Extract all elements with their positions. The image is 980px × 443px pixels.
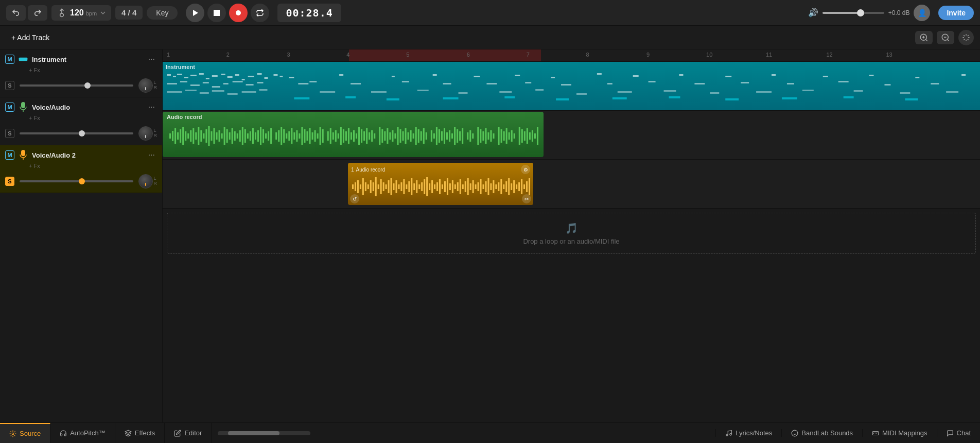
track-pan-voice-audio[interactable] <box>138 126 153 141</box>
track-fx-voice-audio[interactable]: + Fx <box>0 115 162 124</box>
snap-button[interactable] <box>958 30 974 45</box>
audio-orange-clip[interactable]: 1 Audio record ⚙ <box>348 163 533 205</box>
svg-rect-219 <box>477 127 479 145</box>
audio-orange-clip-footer: ↺ ✂ <box>350 194 531 203</box>
svg-rect-85 <box>838 81 849 82</box>
horizontal-scrollbar[interactable] <box>218 431 310 435</box>
clip-settings-btn[interactable]: ⚙ <box>521 165 530 174</box>
svg-rect-247 <box>367 184 369 189</box>
drop-zone[interactable]: 🎵 Drop a loop or an audio/MIDI file <box>167 213 976 254</box>
svg-rect-224 <box>490 130 492 142</box>
svg-rect-121 <box>208 126 209 146</box>
svg-rect-53 <box>371 91 387 93</box>
svg-rect-229 <box>506 128 507 144</box>
track-menu-voice-audio[interactable]: ··· <box>146 103 157 112</box>
svg-rect-192 <box>400 129 401 143</box>
db-label: +0.0 dB <box>888 9 910 16</box>
track-fx-instrument[interactable]: + Fx <box>0 67 162 76</box>
svg-rect-46 <box>279 76 283 77</box>
svg-rect-277 <box>444 181 446 192</box>
svg-rect-238 <box>532 130 533 142</box>
source-button[interactable]: Source <box>0 423 50 443</box>
user-avatar[interactable]: 👤 <box>914 5 930 21</box>
redo-button[interactable] <box>28 5 47 21</box>
track-volume-instrument[interactable] <box>20 84 133 87</box>
ruler-mark-9: 9 <box>646 49 650 58</box>
svg-rect-59 <box>459 92 468 94</box>
clip-loop-btn[interactable]: ↺ <box>350 194 359 203</box>
clip-split-btn[interactable]: ✂ <box>522 194 531 203</box>
editor-button[interactable]: Editor <box>165 423 212 443</box>
svg-rect-272 <box>431 180 433 193</box>
svg-rect-210 <box>449 130 450 142</box>
loop-button[interactable] <box>251 4 269 22</box>
audio-green-clip[interactable]: Audio record <box>163 112 544 157</box>
add-track-button[interactable]: + Add Track <box>6 30 55 45</box>
svg-rect-215 <box>462 128 463 144</box>
stop-button[interactable] <box>207 4 226 22</box>
volume-icon: 🔊 <box>808 8 818 18</box>
svg-rect-139 <box>255 132 256 140</box>
svg-rect-81 <box>772 74 776 76</box>
svg-rect-36 <box>246 84 254 86</box>
svg-rect-302 <box>508 178 510 195</box>
volume-slider[interactable] <box>822 12 884 14</box>
svg-rect-199 <box>418 129 419 143</box>
track-mute-voice-audio2[interactable]: M <box>5 150 14 160</box>
tempo-section[interactable]: 120 bpm <box>51 5 111 21</box>
track-fx-voice-audio2[interactable]: + Fx <box>0 163 162 172</box>
svg-point-311 <box>12 433 14 435</box>
track-solo-voice-audio[interactable]: S <box>5 129 14 138</box>
voice-audio-lane[interactable]: Audio record <box>163 111 980 160</box>
instrument-lane[interactable]: Instrument <box>163 62 980 111</box>
play-button[interactable] <box>186 4 204 22</box>
svg-rect-65 <box>535 89 544 91</box>
lyrics-button[interactable]: Lyrics/Notes <box>715 429 781 437</box>
effects-button[interactable]: Effects <box>115 423 165 443</box>
zoom-in-button[interactable] <box>915 31 933 44</box>
svg-rect-157 <box>304 129 305 143</box>
voice-audio2-lane[interactable]: 1 Audio record ⚙ <box>163 160 980 209</box>
playhead-region <box>349 49 541 61</box>
track-volume-voice-audio2[interactable] <box>20 180 133 182</box>
time-signature[interactable]: 4 / 4 <box>115 6 143 20</box>
svg-rect-153 <box>293 132 295 140</box>
track-mute-instrument[interactable]: M <box>5 55 14 64</box>
midi-mappings-button[interactable]: MIDI Mappings <box>862 429 936 437</box>
lyrics-icon <box>725 430 732 437</box>
svg-rect-64 <box>525 82 531 83</box>
svg-rect-79 <box>741 82 749 83</box>
svg-rect-270 <box>426 177 428 196</box>
ruler-marks: 1 2 3 4 5 6 7 8 9 10 11 12 13 <box>163 49 980 61</box>
record-button[interactable] <box>229 4 248 22</box>
timeline-ruler[interactable]: 1 2 3 4 5 6 7 8 9 10 11 12 13 <box>163 49 980 62</box>
key-button[interactable]: Key <box>147 6 178 20</box>
svg-rect-164 <box>322 129 324 143</box>
track-mute-voice-audio[interactable]: M <box>5 103 14 112</box>
undo-button[interactable] <box>6 5 26 21</box>
invite-button[interactable]: Invite <box>938 6 974 20</box>
svg-rect-212 <box>454 127 456 145</box>
track-volume-thumb-voice-audio2 <box>79 178 85 184</box>
chat-button[interactable]: Chat <box>937 429 980 437</box>
svg-rect-42 <box>227 93 238 95</box>
bandlab-sounds-button[interactable]: BandLab Sounds <box>781 429 862 437</box>
track-menu-instrument[interactable]: ··· <box>146 55 157 64</box>
zoom-out-button[interactable] <box>937 31 954 44</box>
instrument-clip-label: Instrument <box>166 64 977 70</box>
instrument-clip[interactable]: Instrument <box>163 62 980 110</box>
track-pan-instrument[interactable] <box>138 78 153 93</box>
track-pan-voice-audio2[interactable] <box>138 174 153 189</box>
svg-rect-142 <box>262 129 264 143</box>
svg-point-312 <box>726 434 728 436</box>
svg-rect-156 <box>301 127 303 145</box>
svg-rect-309 <box>526 181 528 192</box>
autopitch-button[interactable]: AutoPitch™ <box>50 423 115 443</box>
track-menu-voice-audio2[interactable]: ··· <box>146 150 157 160</box>
track-volume-voice-audio[interactable] <box>20 132 133 134</box>
svg-rect-101 <box>669 96 680 98</box>
track-solo-instrument[interactable]: S <box>5 81 14 90</box>
track-solo-voice-audio2[interactable]: S <box>5 177 14 186</box>
undo-redo-group <box>6 5 47 21</box>
svg-rect-160 <box>312 132 313 140</box>
